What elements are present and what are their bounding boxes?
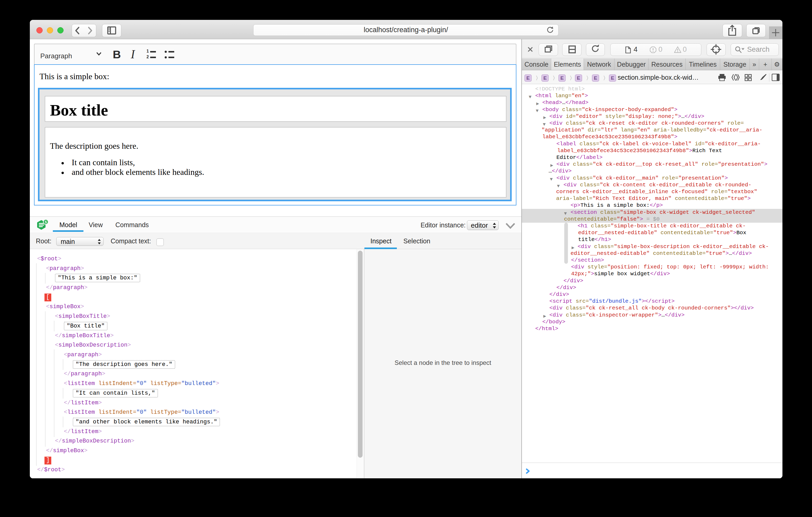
- svg-text:1: 1: [146, 49, 149, 53]
- svg-text:2: 2: [146, 55, 149, 59]
- svg-text:5: 5: [45, 220, 47, 224]
